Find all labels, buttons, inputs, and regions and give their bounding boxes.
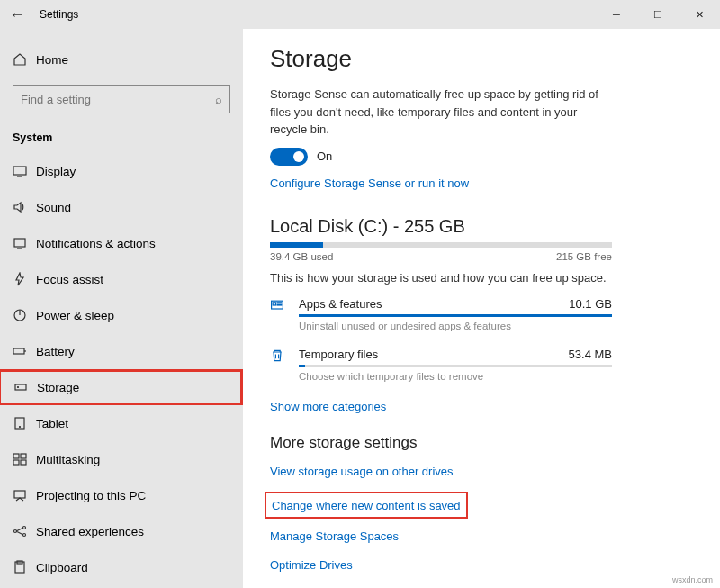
more-storage-heading: More storage settings bbox=[270, 434, 693, 452]
home-icon bbox=[13, 52, 36, 67]
sidebar-home-label: Home bbox=[36, 53, 68, 67]
display-icon bbox=[13, 164, 36, 178]
sidebar-item-shared[interactable]: Shared experiences bbox=[0, 513, 243, 549]
back-button[interactable]: ← bbox=[9, 5, 36, 24]
manage-storage-spaces-link[interactable]: Manage Storage Spaces bbox=[270, 529, 399, 543]
search-box[interactable]: ⌕ bbox=[13, 85, 230, 113]
category-name: Apps & features bbox=[299, 297, 382, 311]
shared-icon bbox=[13, 524, 36, 538]
sidebar-item-battery[interactable]: Battery bbox=[0, 333, 243, 369]
search-input[interactable] bbox=[21, 93, 215, 106]
nav-label: Tablet bbox=[36, 417, 68, 430]
sidebar-item-focus-assist[interactable]: Focus assist bbox=[0, 261, 243, 297]
sidebar-item-multitasking[interactable]: Multitasking bbox=[0, 441, 243, 477]
category-bar bbox=[299, 365, 612, 367]
svg-rect-12 bbox=[14, 491, 25, 498]
sidebar-section-label: System bbox=[0, 126, 243, 153]
nav-label: Display bbox=[36, 165, 76, 178]
category-temp-files[interactable]: Temporary files 53.4 MB Choose which tem… bbox=[270, 348, 612, 382]
svg-point-7 bbox=[20, 427, 21, 428]
content: Storage Storage Sense can automatically … bbox=[243, 29, 720, 588]
sidebar-item-projecting[interactable]: Projecting to this PC bbox=[0, 477, 243, 513]
nav-label: Shared experiences bbox=[36, 525, 144, 538]
toggle-state-label: On bbox=[317, 149, 332, 163]
disk-usage-bar bbox=[270, 242, 612, 248]
svg-point-15 bbox=[23, 534, 26, 537]
configure-storage-sense-link[interactable]: Configure Storage Sense or run it now bbox=[270, 176, 469, 190]
change-content-location-link[interactable]: Change where new content is saved bbox=[272, 499, 461, 512]
sidebar-item-clipboard[interactable]: Clipboard bbox=[0, 549, 243, 585]
category-size: 10.1 GB bbox=[569, 297, 612, 311]
sidebar-item-tablet[interactable]: Tablet bbox=[0, 405, 243, 441]
svg-rect-8 bbox=[14, 454, 19, 458]
category-subtitle: Choose which temporary files to remove bbox=[299, 371, 612, 382]
nav-label: Notifications & actions bbox=[36, 237, 156, 250]
category-size: 53.4 MB bbox=[569, 348, 612, 361]
nav-label: Sound bbox=[36, 201, 71, 214]
nav-label: Multitasking bbox=[36, 453, 100, 466]
focus-icon bbox=[13, 272, 36, 286]
svg-rect-0 bbox=[14, 167, 26, 175]
sidebar-item-power[interactable]: Power & sleep bbox=[0, 297, 243, 333]
window-title: Settings bbox=[40, 8, 78, 21]
sound-icon bbox=[13, 200, 36, 214]
svg-rect-1 bbox=[14, 239, 25, 247]
svg-rect-21 bbox=[277, 304, 282, 305]
nav-label: Focus assist bbox=[36, 273, 104, 286]
disk-free-label: 215 GB free bbox=[556, 251, 612, 262]
usage-description: This is how your storage is used and how… bbox=[270, 271, 693, 285]
svg-rect-19 bbox=[273, 302, 275, 304]
attribution: wsxdn.com bbox=[672, 575, 713, 584]
storage-sense-toggle[interactable] bbox=[270, 148, 308, 166]
nav-label: Projecting to this PC bbox=[36, 489, 146, 502]
storage-icon bbox=[14, 380, 37, 394]
minimize-button[interactable]: ─ bbox=[596, 0, 637, 29]
view-storage-other-drives-link[interactable]: View storage usage on other drives bbox=[270, 465, 454, 478]
optimize-drives-link[interactable]: Optimize Drives bbox=[270, 558, 353, 572]
svg-rect-4 bbox=[15, 384, 26, 390]
svg-rect-3 bbox=[14, 348, 24, 354]
category-name: Temporary files bbox=[299, 348, 378, 361]
category-subtitle: Uninstall unused or undesired apps & fea… bbox=[299, 321, 612, 331]
notifications-icon bbox=[13, 236, 36, 250]
titlebar: ← Settings ─ ☐ ✕ bbox=[0, 0, 720, 29]
close-button[interactable]: ✕ bbox=[679, 0, 720, 29]
trash-icon bbox=[270, 348, 299, 367]
disk-title: Local Disk (C:) - 255 GB bbox=[270, 216, 693, 237]
sidebar-home[interactable]: Home bbox=[0, 41, 243, 77]
tablet-icon bbox=[13, 416, 36, 430]
category-apps[interactable]: Apps & features 10.1 GB Uninstall unused… bbox=[270, 297, 612, 331]
sidebar-item-storage[interactable]: Storage bbox=[0, 369, 243, 405]
svg-point-5 bbox=[18, 387, 19, 388]
disk-used-label: 39.4 GB used bbox=[270, 251, 333, 262]
sidebar-item-display[interactable]: Display bbox=[0, 153, 243, 189]
projecting-icon bbox=[13, 488, 36, 502]
sidebar-item-notifications[interactable]: Notifications & actions bbox=[0, 225, 243, 261]
show-more-categories-link[interactable]: Show more categories bbox=[270, 400, 386, 413]
nav-label: Battery bbox=[36, 345, 75, 358]
svg-rect-10 bbox=[14, 460, 19, 465]
category-bar bbox=[299, 314, 612, 317]
clipboard-icon bbox=[13, 560, 36, 574]
svg-rect-20 bbox=[277, 302, 282, 303]
storage-sense-description: Storage Sense can automatically free up … bbox=[270, 86, 603, 139]
battery-icon bbox=[13, 344, 36, 358]
page-title: Storage bbox=[270, 45, 693, 73]
nav-label: Clipboard bbox=[36, 561, 88, 574]
nav-label: Power & sleep bbox=[36, 309, 114, 322]
nav-label: Storage bbox=[37, 381, 79, 394]
maximize-button[interactable]: ☐ bbox=[637, 0, 679, 29]
sidebar-item-sound[interactable]: Sound bbox=[0, 189, 243, 225]
svg-rect-9 bbox=[21, 454, 26, 458]
multitasking-icon bbox=[13, 452, 36, 466]
sidebar: Home ⌕ System Display Sound Notification… bbox=[0, 29, 243, 588]
search-icon: ⌕ bbox=[215, 93, 222, 106]
apps-icon bbox=[270, 297, 299, 317]
svg-rect-11 bbox=[21, 460, 26, 465]
svg-point-14 bbox=[23, 527, 26, 529]
svg-point-13 bbox=[14, 530, 17, 533]
power-icon bbox=[13, 308, 36, 322]
